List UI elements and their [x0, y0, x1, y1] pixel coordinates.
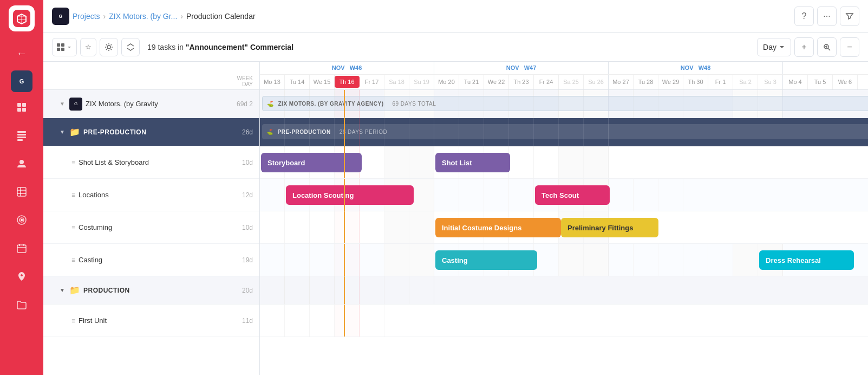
- zoom-add-button[interactable]: +: [794, 37, 814, 57]
- collapse-button[interactable]: [121, 38, 140, 56]
- breadcrumb-project-name[interactable]: ZIX Motors. (by Gr...: [109, 12, 177, 21]
- calendar-icon[interactable]: [9, 235, 35, 261]
- pre-production-cal-row: ⛳ PRE-PRODUCTION 26 DAYS PERIOD: [260, 118, 868, 146]
- project-name: ZIX Motors. (by Gravity: [86, 100, 232, 108]
- project-bar-label: ZIX MOTORS. (BY GRAVITY AGENCY): [278, 101, 384, 107]
- tech-scout-bar[interactable]: Tech Scout: [535, 185, 610, 205]
- project-logo: G: [52, 8, 69, 25]
- casting-bar[interactable]: Casting: [435, 250, 537, 270]
- svg-rect-17: [17, 245, 26, 253]
- locations-duration: 12d: [242, 191, 253, 199]
- back-button[interactable]: ←: [9, 40, 35, 66]
- calendar-area[interactable]: NOV W46 NOV W47 NOV W48 Mo 13 Tu 14 We 1…: [260, 62, 868, 375]
- project-bar-duration: 69 DAYS TOTAL: [392, 101, 436, 107]
- zoom-out-button[interactable]: −: [840, 37, 859, 57]
- pre-production-bar[interactable]: ⛳ PRE-PRODUCTION 26 DAYS PERIOD: [262, 124, 868, 139]
- folder-icon[interactable]: [9, 292, 35, 318]
- dress-rehearsal-bar[interactable]: Dress Rehearsal: [759, 250, 854, 270]
- svg-rect-8: [17, 139, 23, 141]
- day-we6: We 6: [833, 75, 858, 89]
- breadcrumb-sep-2: ›: [180, 12, 183, 21]
- pre-production-bar-duration: 26 DAYS PERIOD: [340, 129, 388, 135]
- breadcrumb-current-page: Production Calendar: [186, 12, 256, 21]
- more-button[interactable]: ···: [817, 7, 837, 26]
- day-su19: Su 19: [409, 75, 434, 89]
- svg-rect-6: [17, 134, 26, 135]
- gantt-area: WEEK DAY ▼ G ZIX Motors. (by Gravity 69d…: [43, 62, 868, 375]
- locations-name: Locations: [79, 191, 238, 199]
- filter-button[interactable]: [840, 7, 859, 26]
- production-cal-row: [260, 276, 868, 305]
- gravity-avatar[interactable]: G: [11, 70, 32, 92]
- target-icon[interactable]: [9, 207, 35, 233]
- day-mo13: Mo 13: [260, 75, 285, 89]
- pin-icon[interactable]: [9, 263, 35, 289]
- pre-production-duration: 26d: [242, 128, 253, 136]
- today-line: [344, 90, 345, 118]
- project-cal-row: ⛳ ZIX MOTORS. (BY GRAVITY AGENCY) 69 DAY…: [260, 90, 868, 118]
- week-48-label: NOV W48: [609, 62, 783, 74]
- first-unit-duration: 11d: [242, 317, 253, 325]
- day-we22: We 22: [484, 75, 509, 89]
- day-tu21: Tu 21: [459, 75, 484, 89]
- week-46-label: NOV W46: [260, 62, 434, 74]
- svg-rect-22: [61, 43, 64, 47]
- day-su3: Su 3: [758, 75, 783, 89]
- app-logo[interactable]: [9, 5, 35, 31]
- view-mode-button[interactable]: [52, 38, 77, 56]
- favorites-button[interactable]: ☆: [80, 38, 96, 56]
- svg-rect-4: [22, 108, 26, 112]
- zoom-fit-button[interactable]: [817, 37, 837, 57]
- day-fr1: Fr 1: [708, 75, 733, 89]
- casting-row: ≡ Casting 19d: [43, 244, 259, 276]
- breadcrumb-projects[interactable]: Projects: [73, 12, 100, 21]
- user-icon[interactable]: [9, 151, 35, 177]
- location-scouting-bar[interactable]: Location Scouting: [286, 185, 414, 205]
- project-row: ▼ G ZIX Motors. (by Gravity 69d 2: [43, 90, 259, 118]
- production-toggle[interactable]: ▼: [58, 287, 66, 294]
- pages-icon[interactable]: [9, 94, 35, 120]
- shot-list-bar[interactable]: Shot List: [435, 153, 510, 172]
- pre-production-toggle[interactable]: ▼: [58, 128, 66, 136]
- svg-rect-5: [17, 131, 26, 133]
- project-duration: 69d 2: [237, 100, 253, 108]
- toolbar-right: Day + −: [757, 37, 859, 57]
- settings-button[interactable]: [100, 38, 118, 56]
- week-extra-label: [783, 62, 868, 74]
- toolbar: ☆ 19 tasks in "Announcement" Commercial …: [43, 33, 868, 62]
- breadcrumb-sep-1: ›: [103, 12, 106, 21]
- project-bar[interactable]: ⛳ ZIX MOTORS. (BY GRAVITY AGENCY) 69 DAY…: [262, 96, 868, 111]
- casting-duration: 19d: [242, 256, 253, 264]
- svg-rect-24: [61, 48, 64, 51]
- pre-production-name: PRE-PRODUCTION: [83, 128, 238, 136]
- costume-designs-bar[interactable]: Initial Costume Designs: [435, 218, 561, 237]
- spreadsheet-icon[interactable]: [9, 179, 35, 205]
- svg-rect-1: [17, 103, 21, 107]
- table-icon[interactable]: [9, 122, 35, 148]
- toolbar-left: ☆ 19 tasks in "Announcement" Commercial: [52, 38, 753, 56]
- costuming-row: ≡ Costuming 10d: [43, 211, 259, 244]
- first-unit-cal-row: [260, 305, 868, 337]
- storyboard-bar[interactable]: Storyboard: [261, 153, 362, 172]
- day-we15: We 15: [310, 75, 335, 89]
- help-button[interactable]: ?: [794, 7, 814, 26]
- svg-point-16: [21, 219, 23, 221]
- fittings-bar[interactable]: Preliminary Fittings: [561, 218, 658, 237]
- days-row: Mo 13 Tu 14 We 15 Th 16 Fr 17 Sa 18 Su 1…: [260, 75, 868, 89]
- production-duration: 20d: [242, 287, 253, 294]
- first-unit-row: ≡ First Unit 11d: [43, 305, 259, 337]
- pre-production-row: ▼ 📁 PRE-PRODUCTION 26d: [43, 118, 259, 146]
- day-th23: Th 23: [509, 75, 534, 89]
- costuming-name: Costuming: [79, 223, 238, 231]
- first-unit-name: First Unit: [79, 316, 238, 325]
- svg-point-9: [19, 160, 24, 164]
- sidebar: ← G: [0, 0, 43, 375]
- week-47-label: NOV W47: [434, 62, 609, 74]
- day-sa25: Sa 25: [559, 75, 584, 89]
- project-toggle[interactable]: ▼: [58, 100, 66, 108]
- week-header-label: WEEK: [50, 75, 253, 81]
- shot-list-duration: 10d: [242, 159, 253, 166]
- view-type-selector[interactable]: Day: [757, 38, 791, 56]
- svg-rect-7: [17, 137, 26, 138]
- svg-line-27: [828, 48, 830, 50]
